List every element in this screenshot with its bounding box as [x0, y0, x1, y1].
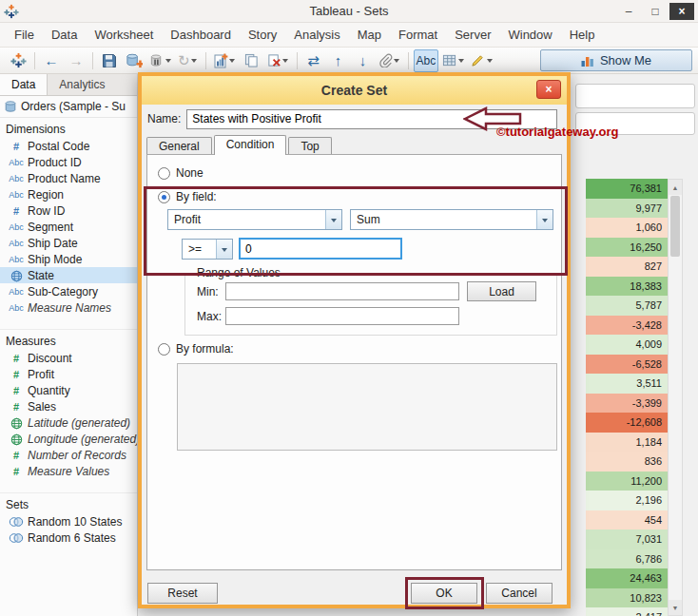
- clear-sheet-button[interactable]: [265, 49, 292, 72]
- field-product-name[interactable]: Abc Product Name: [0, 170, 137, 186]
- profit-cell[interactable]: 16,250: [586, 238, 668, 258]
- field-row-id[interactable]: # Row ID: [0, 202, 137, 219]
- profit-cell[interactable]: 2,417: [586, 607, 668, 616]
- field-profit[interactable]: # Profit: [0, 366, 137, 382]
- field-measure-names[interactable]: Abc Measure Names: [0, 299, 137, 316]
- add-datasource-button[interactable]: [123, 49, 145, 72]
- tab-data[interactable]: Data: [0, 74, 48, 95]
- set-random-10-states[interactable]: Random 10 States: [0, 513, 137, 529]
- fit-selector-button[interactable]: [440, 49, 467, 72]
- menu-format[interactable]: Format: [390, 24, 446, 46]
- menu-map[interactable]: Map: [349, 24, 390, 46]
- profit-cell[interactable]: 5,787: [586, 296, 668, 316]
- back-button[interactable]: ←: [40, 49, 63, 72]
- menu-story[interactable]: Story: [240, 24, 285, 46]
- profit-cell[interactable]: 3,511: [586, 374, 668, 394]
- shelf-card[interactable]: [575, 112, 695, 135]
- menu-dashboard[interactable]: Dashboard: [162, 24, 240, 46]
- save-button[interactable]: [98, 49, 121, 72]
- sort-ascending-button[interactable]: ↑: [327, 49, 350, 72]
- forward-button[interactable]: →: [65, 49, 87, 72]
- tab-top[interactable]: Top: [288, 137, 331, 154]
- set-name-input[interactable]: [186, 109, 557, 129]
- profit-cell[interactable]: 454: [586, 510, 668, 530]
- profit-cell[interactable]: 6,786: [586, 549, 668, 569]
- new-worksheet-button[interactable]: [211, 49, 239, 72]
- profit-cell[interactable]: 7,031: [586, 529, 668, 549]
- profit-cell[interactable]: 18,383: [586, 277, 668, 297]
- profit-cell[interactable]: -12,608: [586, 413, 668, 433]
- profit-cell[interactable]: 9,977: [586, 199, 668, 219]
- set-random-6-states[interactable]: Random 6 States: [0, 529, 137, 546]
- field-measure-values[interactable]: # Measure Values: [0, 463, 137, 479]
- maximize-button[interactable]: □: [643, 3, 668, 20]
- tab-general[interactable]: General: [146, 137, 212, 154]
- swap-axes-button[interactable]: ⇄: [302, 49, 325, 72]
- vertical-scrollbar[interactable]: ▲ ▼: [668, 179, 683, 616]
- field-quantity[interactable]: # Quantity: [0, 382, 137, 398]
- field-region[interactable]: Abc Region: [0, 186, 137, 202]
- field-ship-mode[interactable]: Abc Ship Mode: [0, 251, 137, 267]
- min-input[interactable]: [225, 282, 459, 300]
- menu-help[interactable]: Help: [561, 24, 604, 46]
- radio-by-formula[interactable]: By formula:: [158, 342, 234, 356]
- profit-cell[interactable]: 827: [586, 257, 668, 277]
- datasource-item[interactable]: Orders (Sample - Su: [0, 96, 137, 118]
- tab-condition[interactable]: Condition: [214, 135, 287, 155]
- profit-cell[interactable]: 11,200: [586, 472, 668, 491]
- ok-button[interactable]: OK: [411, 583, 477, 604]
- condition-value-input[interactable]: [239, 238, 402, 260]
- show-me-button[interactable]: Show Me: [540, 49, 692, 71]
- duplicate-sheet-button[interactable]: [241, 49, 263, 72]
- field-latitude[interactable]: Latitude (generated): [0, 414, 137, 431]
- minimize-button[interactable]: –: [616, 3, 641, 20]
- menu-file[interactable]: File: [6, 24, 43, 46]
- profit-cell[interactable]: 24,463: [586, 568, 668, 588]
- pause-updates-button[interactable]: [147, 49, 174, 72]
- field-sub-category[interactable]: Abc Sub-Category: [0, 283, 137, 299]
- dialog-close-button[interactable]: ×: [536, 80, 561, 99]
- profit-cell[interactable]: -3,428: [586, 316, 668, 336]
- sort-descending-button[interactable]: ↓: [352, 49, 375, 72]
- profit-cell[interactable]: 1,184: [586, 433, 668, 452]
- profit-cell[interactable]: 76,381: [586, 179, 668, 199]
- scroll-track[interactable]: [669, 258, 682, 600]
- show-mark-labels-button[interactable]: Abc: [414, 49, 439, 72]
- menu-analysis[interactable]: Analysis: [285, 24, 348, 46]
- tab-analytics[interactable]: Analytics: [48, 74, 116, 95]
- menu-window[interactable]: Window: [499, 24, 560, 46]
- radio-by-field[interactable]: By field:: [158, 190, 217, 203]
- reset-button[interactable]: Reset: [147, 583, 218, 604]
- profit-cell[interactable]: 2,196: [586, 491, 668, 510]
- operator-select[interactable]: >=: [182, 239, 233, 260]
- field-discount[interactable]: # Discount: [0, 350, 137, 366]
- formula-textarea[interactable]: [177, 363, 557, 451]
- profit-cell[interactable]: -6,528: [586, 355, 668, 375]
- cancel-button[interactable]: Cancel: [486, 583, 553, 604]
- highlight-button[interactable]: [469, 49, 495, 72]
- scroll-down-button[interactable]: ▼: [669, 600, 682, 615]
- max-input[interactable]: [225, 307, 459, 325]
- profit-cell[interactable]: 1,060: [586, 218, 668, 238]
- refresh-updates-button[interactable]: ↻: [176, 49, 201, 72]
- start-page-button[interactable]: [7, 49, 29, 72]
- menu-data[interactable]: Data: [43, 24, 86, 46]
- shelf-card[interactable]: [575, 84, 695, 108]
- aggregation-select[interactable]: Sum: [350, 209, 553, 230]
- radio-none[interactable]: None: [158, 166, 204, 180]
- field-select[interactable]: Profit: [167, 209, 342, 230]
- field-state[interactable]: State: [0, 267, 137, 283]
- close-window-button[interactable]: ×: [669, 3, 694, 20]
- field-product-id[interactable]: Abc Product ID: [0, 154, 137, 170]
- scroll-thumb[interactable]: [670, 196, 680, 257]
- profit-cell[interactable]: -3,399: [586, 394, 668, 414]
- profit-cell[interactable]: 4,009: [586, 335, 668, 355]
- menu-worksheet[interactable]: Worksheet: [86, 24, 162, 46]
- field-sales[interactable]: # Sales: [0, 398, 137, 414]
- group-members-button[interactable]: [377, 49, 403, 72]
- field-postal-code[interactable]: # Postal Code: [0, 138, 137, 154]
- profit-cell[interactable]: 836: [586, 452, 668, 472]
- field-segment[interactable]: Abc Segment: [0, 219, 137, 235]
- field-longitude[interactable]: Longitude (generated): [0, 431, 137, 447]
- field-ship-date[interactable]: Abc Ship Date: [0, 235, 137, 251]
